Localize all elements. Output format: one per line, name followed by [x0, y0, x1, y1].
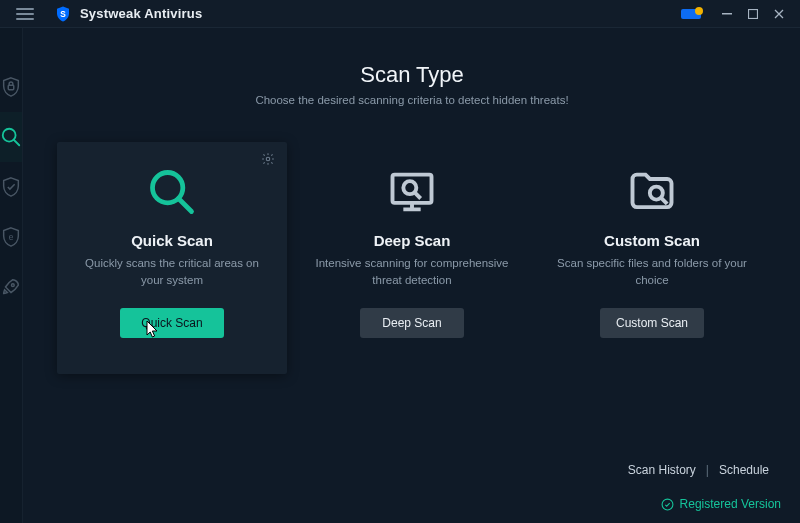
- svg-rect-4: [749, 9, 758, 18]
- premium-badge-icon[interactable]: [680, 6, 704, 22]
- lock-shield-icon: [0, 76, 22, 98]
- card-desc: Scan specific files and folders of your …: [555, 255, 749, 290]
- card-desc: Intensive scanning for comprehensive thr…: [315, 255, 509, 290]
- svg-point-9: [266, 157, 270, 161]
- svg-point-2: [695, 7, 703, 15]
- check-circle-icon: [661, 498, 674, 511]
- sidebar-item-scan[interactable]: [0, 112, 22, 162]
- svg-text:S: S: [60, 10, 66, 19]
- web-shield-icon: e: [0, 226, 22, 248]
- maximize-button[interactable]: [740, 0, 766, 28]
- page-subtitle: Choose the desired scanning criteria to …: [57, 94, 767, 106]
- sidebar-item-web[interactable]: e: [0, 212, 22, 262]
- custom-scan-button[interactable]: Custom Scan: [600, 308, 704, 338]
- close-button[interactable]: [766, 0, 792, 28]
- sidebar-item-boost[interactable]: [0, 262, 22, 312]
- titlebar: S Systweak Antivirus: [0, 0, 800, 28]
- card-deep-scan[interactable]: Deep Scan Intensive scanning for compreh…: [297, 142, 527, 374]
- rocket-icon: [0, 276, 22, 298]
- menu-button[interactable]: [8, 0, 42, 28]
- deep-scan-button[interactable]: Deep Scan: [360, 308, 464, 338]
- card-quick-scan[interactable]: Quick Scan Quickly scans the critical ar…: [57, 142, 287, 374]
- shield-check-icon: [0, 176, 22, 198]
- page-title: Scan Type: [57, 62, 767, 88]
- svg-text:e: e: [9, 233, 14, 242]
- app-title: Systweak Antivirus: [80, 6, 202, 21]
- card-title: Custom Scan: [604, 232, 700, 249]
- card-title: Quick Scan: [131, 232, 213, 249]
- content: Scan Type Choose the desired scanning cr…: [23, 28, 800, 523]
- custom-scan-icon: [626, 160, 678, 224]
- separator: |: [706, 463, 709, 477]
- svg-rect-5: [8, 85, 14, 90]
- sidebar-item-protection[interactable]: [0, 62, 22, 112]
- card-title: Deep Scan: [374, 232, 451, 249]
- deep-scan-icon: [386, 160, 438, 224]
- scan-history-link[interactable]: Scan History: [628, 463, 696, 477]
- svg-point-13: [650, 187, 663, 200]
- svg-point-14: [662, 499, 673, 510]
- app-logo: S: [54, 5, 72, 23]
- quick-scan-button[interactable]: Quick Scan: [120, 308, 224, 338]
- minimize-button[interactable]: [714, 0, 740, 28]
- footer-links: Scan History | Schedule: [628, 463, 769, 477]
- svg-rect-3: [722, 13, 732, 15]
- main: e Scan Type Choose the desired scanning …: [0, 28, 800, 523]
- search-icon: [0, 126, 22, 148]
- quick-scan-icon: [146, 160, 198, 224]
- schedule-link[interactable]: Schedule: [719, 463, 769, 477]
- svg-point-12: [403, 181, 416, 194]
- registered-status: Registered Version: [661, 497, 781, 511]
- card-settings-button[interactable]: [261, 152, 275, 170]
- card-desc: Quickly scans the critical areas on your…: [75, 255, 269, 290]
- svg-rect-11: [393, 175, 432, 203]
- registered-label: Registered Version: [680, 497, 781, 511]
- scan-cards: Quick Scan Quickly scans the critical ar…: [57, 142, 767, 374]
- card-custom-scan[interactable]: Custom Scan Scan specific files and fold…: [537, 142, 767, 374]
- svg-point-8: [11, 284, 14, 287]
- gear-icon: [261, 152, 275, 166]
- sidebar: e: [0, 28, 23, 523]
- sidebar-item-realtime[interactable]: [0, 162, 22, 212]
